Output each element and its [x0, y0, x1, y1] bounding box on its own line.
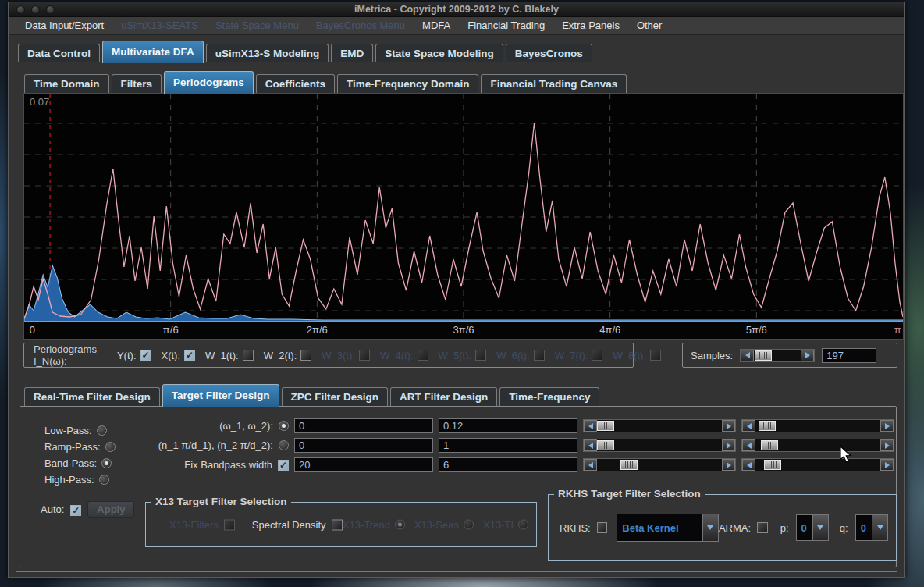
samples-value-field[interactable]: 197	[822, 348, 876, 363]
subtab-coefficients[interactable]: Coefficients	[256, 74, 335, 94]
window-close-button[interactable]	[16, 5, 25, 14]
checkbox-y-t[interactable]: ✓	[140, 350, 151, 361]
cutoff-scrollbar-0-2[interactable]	[741, 419, 894, 432]
p-select[interactable]: 0	[796, 514, 829, 541]
tab-multivariate-dfa[interactable]: Multivariate DFA	[102, 41, 204, 63]
cutoff-scrollbar-1-2-track[interactable]	[755, 439, 880, 451]
cutoff-scrollbar-0-1-track[interactable]	[597, 420, 722, 432]
cutoff-field-1-2[interactable]: 1	[439, 438, 578, 453]
menu-item-financial-trading[interactable]: Financial Trading	[459, 17, 553, 34]
cutoff-scrollbar-1-1[interactable]	[583, 439, 736, 452]
filtertab-time-frequency[interactable]: Time-Frequency	[499, 387, 599, 407]
cutoff-scrollbar-2-1-left-arrow-button[interactable]	[584, 459, 597, 471]
radio-low-pass[interactable]	[97, 425, 107, 436]
cutoff-field-0-1[interactable]: 0	[294, 418, 433, 433]
subtab-time-frequency-domain[interactable]: Time-Frequency Domain	[337, 74, 478, 94]
cutoff-scrollbar-1-1-left-arrow-button[interactable]	[584, 439, 597, 451]
cutoff-scrollbar-2-2-right-arrow-button[interactable]	[880, 459, 894, 471]
tab-bayescronos[interactable]: BayesCronos	[506, 44, 592, 63]
subtab-time-domain[interactable]: Time Domain	[24, 74, 109, 94]
cutoff-scrollbar-0-2-track[interactable]	[755, 420, 880, 432]
checkbox-fix-bandpass-width[interactable]: ✓	[278, 460, 289, 471]
cutoff-scrollbar-0-1[interactable]	[583, 419, 736, 432]
cutoff-scrollbar-1-1-track[interactable]	[597, 439, 722, 451]
menu-item-mdfa[interactable]: MDFA	[414, 17, 459, 34]
samples-scrollbar-left-arrow-button[interactable]	[741, 350, 754, 361]
title-bar[interactable]: iMetrica - Copyright 2009-2012 by C. Bla…	[9, 2, 904, 17]
rkhs-group-title: RKHS Target Filter Selection	[554, 488, 705, 500]
samples-scrollbar[interactable]	[740, 349, 815, 362]
menu-item-data-input-export[interactable]: Data Input/Export	[16, 17, 112, 34]
periodogram-toggle-label: W_3(t):	[322, 350, 355, 361]
filtertab-zpc-filter-design[interactable]: ZPC Filter Design	[282, 387, 389, 407]
cutoff-scrollbar-1-1-thumb[interactable]	[597, 440, 614, 450]
check-mark-icon: ✓	[72, 507, 80, 514]
subtab-filters[interactable]: Filters	[112, 74, 162, 94]
radio-band-pass[interactable]	[101, 458, 112, 468]
cutoff-scrollbar-2-1-track[interactable]	[597, 459, 722, 471]
checkbox-x-t[interactable]: ✓	[184, 350, 195, 361]
cutoff-field-2-1[interactable]: 20	[294, 457, 433, 472]
cutoff-scrollbar-2-2-thumb[interactable]	[764, 460, 781, 470]
window-minimize-button[interactable]	[31, 5, 40, 14]
periodogram-toggle-w-2-t: W_2(t):	[264, 350, 312, 361]
cutoff-scrollbar-1-1-right-arrow-button[interactable]	[722, 439, 735, 451]
auto-checkbox[interactable]: ✓	[70, 505, 81, 516]
subtab-periodograms[interactable]: Periodograms	[164, 71, 254, 94]
radio-ramp-pass[interactable]	[105, 442, 116, 452]
tab-emd[interactable]: EMD	[331, 44, 373, 63]
cutoff-scrollbar-0-2-thumb[interactable]	[759, 421, 776, 431]
cutoff-scrollbar-0-1-right-arrow-button[interactable]	[722, 420, 735, 432]
menu-item-extra-panels[interactable]: Extra Panels	[553, 17, 628, 34]
periodogram-checkbox-group: Y(t):✓X(t):✓W_1(t):W_2(t):W_3(t):W_4(t):…	[117, 350, 671, 361]
tab-state-space-modeling[interactable]: State Space Modeling	[375, 44, 503, 63]
window-maximize-button[interactable]	[46, 5, 55, 14]
tab-usimx13-s-modeling[interactable]: uSimX13-S Modeling	[206, 44, 329, 63]
cutoff-scrollbar-1-2-thumb[interactable]	[761, 440, 778, 450]
cutoff-field-2-2[interactable]: 6	[439, 457, 578, 472]
x-tick-label-: π	[894, 324, 901, 336]
samples-scrollbar-thumb[interactable]	[755, 350, 772, 361]
cutoff-field-0-2[interactable]: 0.12	[439, 418, 578, 433]
q-select-dropdown-button[interactable]	[872, 515, 887, 540]
cutoff-scrollbar-2-2[interactable]	[741, 458, 894, 471]
cutoff-field-1-1[interactable]: 0	[294, 438, 433, 453]
cutoff-scrollbar-1-2-left-arrow-button[interactable]	[742, 439, 755, 451]
filtertab-target-filter-design[interactable]: Target Filter Design	[162, 384, 279, 407]
radio-high-pass[interactable]	[99, 475, 109, 485]
samples-scrollbar-track[interactable]	[754, 350, 801, 361]
cutoff-scrollbar-0-1-thumb[interactable]	[597, 421, 614, 431]
radio-cutoff-row-0[interactable]	[279, 421, 289, 431]
pass-option-label: High-Pass:	[44, 474, 94, 486]
arma-checkbox[interactable]	[757, 522, 768, 533]
tab-data-control[interactable]: Data Control	[18, 44, 100, 63]
checkbox-w-2-t[interactable]	[300, 350, 311, 361]
p-select-dropdown-button[interactable]	[812, 515, 828, 540]
cutoff-scrollbar-2-1-thumb[interactable]	[620, 460, 638, 470]
filtertab-art-filter-design[interactable]: ART Filter Design	[390, 387, 497, 407]
cutoff-scrollbar-1-2[interactable]	[741, 439, 894, 452]
kernel-select[interactable]: Beta Kernel	[617, 514, 719, 542]
subtab-financial-trading-canvas[interactable]: Financial Trading Canvas	[481, 74, 627, 94]
kernel-select-dropdown-button[interactable]	[702, 514, 718, 541]
cutoff-scrollbar-2-2-track[interactable]	[755, 459, 880, 471]
radio-cutoff-row-1[interactable]	[279, 440, 289, 450]
cutoff-scrollbar-2-1-right-arrow-button[interactable]	[722, 459, 735, 471]
q-select[interactable]: 0	[855, 514, 888, 541]
cutoff-scrollbar-2-1[interactable]	[583, 458, 736, 471]
cutoff-scrollbar-0-1-left-arrow-button[interactable]	[584, 420, 597, 432]
cutoff-scrollbar-0-2-left-arrow-button[interactable]	[742, 420, 755, 432]
rkhs-checkbox[interactable]	[597, 522, 608, 533]
check-mark-icon: ✓	[186, 351, 194, 359]
cutoff-scrollbar-0-2-right-arrow-button[interactable]	[880, 420, 894, 432]
menu-item-other[interactable]: Other	[628, 17, 671, 34]
samples-scrollbar-right-arrow-button[interactable]	[801, 350, 814, 361]
cutoff-scrollbar-1-2-right-arrow-button[interactable]	[880, 439, 894, 451]
rkhs-target-filter-group: RKHS Target Filter Selection RKHS:Beta K…	[548, 494, 897, 561]
pass-option-label: Band-Pass:	[44, 457, 97, 469]
checkbox-w-1-t[interactable]	[243, 350, 254, 361]
filtertab-real-time-filter-design[interactable]: Real-Time Filter Design	[24, 387, 160, 407]
pass-option-low-pass: Low-Pass:	[44, 422, 116, 439]
checkbox-spectral-density[interactable]	[332, 519, 343, 530]
cutoff-scrollbar-2-2-left-arrow-button[interactable]	[742, 459, 755, 471]
